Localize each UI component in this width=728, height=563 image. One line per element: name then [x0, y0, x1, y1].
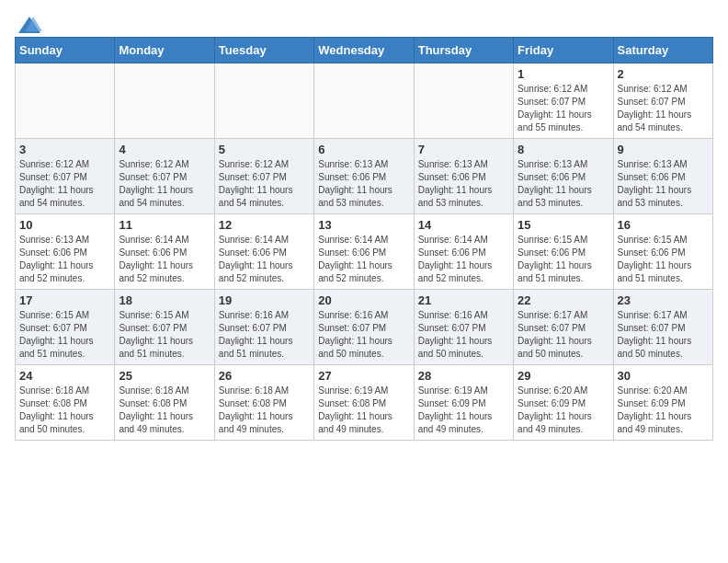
day-info: Sunrise: 6:18 AM Sunset: 6:08 PM Dayligh…	[119, 385, 210, 436]
day-of-week-header: Sunday	[16, 38, 115, 63]
calendar-day-cell: 27Sunrise: 6:19 AM Sunset: 6:08 PM Dayli…	[314, 365, 414, 441]
day-info: Sunrise: 6:12 AM Sunset: 6:07 PM Dayligh…	[119, 158, 210, 210]
day-info: Sunrise: 6:16 AM Sunset: 6:07 PM Dayligh…	[318, 309, 409, 361]
day-info: Sunrise: 6:15 AM Sunset: 6:07 PM Dayligh…	[119, 309, 210, 361]
day-info: Sunrise: 6:12 AM Sunset: 6:07 PM Dayligh…	[219, 158, 310, 210]
day-info: Sunrise: 6:17 AM Sunset: 6:07 PM Dayligh…	[518, 309, 609, 361]
day-info: Sunrise: 6:18 AM Sunset: 6:08 PM Dayligh…	[19, 385, 110, 436]
day-number: 24	[19, 369, 110, 383]
day-info: Sunrise: 6:13 AM Sunset: 6:06 PM Dayligh…	[418, 158, 509, 210]
day-number: 8	[518, 143, 609, 156]
day-number: 17	[19, 293, 110, 307]
calendar-day-cell: 20Sunrise: 6:16 AM Sunset: 6:07 PM Dayli…	[314, 290, 414, 365]
day-number: 10	[19, 218, 110, 232]
calendar-day-cell: 4Sunrise: 6:12 AM Sunset: 6:07 PM Daylig…	[115, 139, 214, 214]
calendar-day-cell: 19Sunrise: 6:16 AM Sunset: 6:07 PM Dayli…	[214, 290, 313, 365]
calendar-day-cell: 24Sunrise: 6:18 AM Sunset: 6:08 PM Dayli…	[16, 365, 115, 441]
page-header	[15, 15, 713, 29]
calendar-day-cell: 5Sunrise: 6:12 AM Sunset: 6:07 PM Daylig…	[214, 139, 313, 214]
calendar-day-cell: 29Sunrise: 6:20 AM Sunset: 6:09 PM Dayli…	[514, 365, 613, 441]
calendar-day-cell: 13Sunrise: 6:14 AM Sunset: 6:06 PM Dayli…	[314, 214, 414, 290]
day-of-week-header: Wednesday	[314, 38, 414, 63]
day-number: 7	[418, 143, 509, 156]
calendar-day-cell: 30Sunrise: 6:20 AM Sunset: 6:09 PM Dayli…	[613, 365, 712, 441]
day-info: Sunrise: 6:15 AM Sunset: 6:07 PM Dayligh…	[19, 309, 110, 361]
day-of-week-header: Friday	[514, 38, 613, 63]
day-of-week-header: Tuesday	[214, 38, 313, 63]
day-info: Sunrise: 6:19 AM Sunset: 6:09 PM Dayligh…	[418, 385, 509, 436]
day-number: 28	[418, 369, 509, 383]
day-number: 9	[618, 143, 709, 156]
day-number: 25	[119, 369, 210, 383]
calendar-day-cell	[16, 63, 115, 139]
calendar-day-cell: 1Sunrise: 6:12 AM Sunset: 6:07 PM Daylig…	[514, 63, 613, 139]
calendar-header-row: SundayMondayTuesdayWednesdayThursdayFrid…	[16, 38, 713, 63]
calendar-day-cell: 10Sunrise: 6:13 AM Sunset: 6:06 PM Dayli…	[16, 214, 115, 290]
calendar-day-cell: 18Sunrise: 6:15 AM Sunset: 6:07 PM Dayli…	[115, 290, 214, 365]
day-number: 2	[618, 67, 709, 81]
day-info: Sunrise: 6:14 AM Sunset: 6:06 PM Dayligh…	[219, 234, 310, 285]
day-number: 6	[318, 143, 409, 156]
day-info: Sunrise: 6:19 AM Sunset: 6:08 PM Dayligh…	[318, 385, 409, 436]
calendar-day-cell: 28Sunrise: 6:19 AM Sunset: 6:09 PM Dayli…	[414, 365, 513, 441]
day-info: Sunrise: 6:14 AM Sunset: 6:06 PM Dayligh…	[418, 234, 509, 285]
calendar-day-cell: 22Sunrise: 6:17 AM Sunset: 6:07 PM Dayli…	[514, 290, 613, 365]
day-info: Sunrise: 6:12 AM Sunset: 6:07 PM Dayligh…	[518, 83, 609, 134]
day-info: Sunrise: 6:12 AM Sunset: 6:07 PM Dayligh…	[19, 158, 110, 210]
day-info: Sunrise: 6:20 AM Sunset: 6:09 PM Dayligh…	[618, 385, 709, 436]
calendar-table: SundayMondayTuesdayWednesdayThursdayFrid…	[15, 37, 713, 441]
calendar-day-cell: 6Sunrise: 6:13 AM Sunset: 6:06 PM Daylig…	[314, 139, 414, 214]
calendar-day-cell: 14Sunrise: 6:14 AM Sunset: 6:06 PM Dayli…	[414, 214, 513, 290]
calendar-week-row: 1Sunrise: 6:12 AM Sunset: 6:07 PM Daylig…	[16, 63, 713, 139]
calendar-day-cell	[314, 63, 414, 139]
day-info: Sunrise: 6:17 AM Sunset: 6:07 PM Dayligh…	[618, 309, 709, 361]
calendar-day-cell: 12Sunrise: 6:14 AM Sunset: 6:06 PM Dayli…	[214, 214, 313, 290]
day-number: 3	[19, 143, 110, 156]
calendar-day-cell: 2Sunrise: 6:12 AM Sunset: 6:07 PM Daylig…	[613, 63, 712, 139]
day-number: 11	[119, 218, 210, 232]
calendar-day-cell: 25Sunrise: 6:18 AM Sunset: 6:08 PM Dayli…	[115, 365, 214, 441]
calendar-day-cell	[115, 63, 214, 139]
day-of-week-header: Monday	[115, 38, 214, 63]
day-number: 21	[418, 293, 509, 307]
day-number: 4	[119, 143, 210, 156]
day-number: 14	[418, 218, 509, 232]
day-info: Sunrise: 6:14 AM Sunset: 6:06 PM Dayligh…	[318, 234, 409, 285]
day-of-week-header: Thursday	[414, 38, 513, 63]
day-number: 15	[518, 218, 609, 232]
calendar-day-cell	[214, 63, 313, 139]
day-info: Sunrise: 6:13 AM Sunset: 6:06 PM Dayligh…	[19, 234, 110, 285]
day-info: Sunrise: 6:13 AM Sunset: 6:06 PM Dayligh…	[518, 158, 609, 210]
day-info: Sunrise: 6:16 AM Sunset: 6:07 PM Dayligh…	[219, 309, 310, 361]
calendar-day-cell: 16Sunrise: 6:15 AM Sunset: 6:06 PM Dayli…	[613, 214, 712, 290]
calendar-day-cell	[414, 63, 513, 139]
day-info: Sunrise: 6:14 AM Sunset: 6:06 PM Dayligh…	[119, 234, 210, 285]
day-info: Sunrise: 6:18 AM Sunset: 6:08 PM Dayligh…	[219, 385, 310, 436]
calendar-day-cell: 21Sunrise: 6:16 AM Sunset: 6:07 PM Dayli…	[414, 290, 513, 365]
logo-icon	[17, 15, 42, 35]
day-info: Sunrise: 6:12 AM Sunset: 6:07 PM Dayligh…	[618, 83, 709, 134]
day-number: 1	[518, 67, 609, 81]
calendar-week-row: 17Sunrise: 6:15 AM Sunset: 6:07 PM Dayli…	[16, 290, 713, 365]
day-info: Sunrise: 6:15 AM Sunset: 6:06 PM Dayligh…	[518, 234, 609, 285]
calendar-week-row: 24Sunrise: 6:18 AM Sunset: 6:08 PM Dayli…	[16, 365, 713, 441]
calendar-week-row: 10Sunrise: 6:13 AM Sunset: 6:06 PM Dayli…	[16, 214, 713, 290]
day-number: 27	[318, 369, 409, 383]
day-number: 19	[219, 293, 310, 307]
calendar-day-cell: 23Sunrise: 6:17 AM Sunset: 6:07 PM Dayli…	[613, 290, 712, 365]
calendar-day-cell: 8Sunrise: 6:13 AM Sunset: 6:06 PM Daylig…	[514, 139, 613, 214]
calendar-week-row: 3Sunrise: 6:12 AM Sunset: 6:07 PM Daylig…	[16, 139, 713, 214]
day-number: 12	[219, 218, 310, 232]
day-info: Sunrise: 6:16 AM Sunset: 6:07 PM Dayligh…	[418, 309, 509, 361]
day-info: Sunrise: 6:13 AM Sunset: 6:06 PM Dayligh…	[618, 158, 709, 210]
logo	[15, 15, 42, 29]
day-number: 29	[518, 369, 609, 383]
day-number: 26	[219, 369, 310, 383]
calendar-day-cell: 26Sunrise: 6:18 AM Sunset: 6:08 PM Dayli…	[214, 365, 313, 441]
day-number: 23	[618, 293, 709, 307]
day-of-week-header: Saturday	[613, 38, 712, 63]
calendar-day-cell: 11Sunrise: 6:14 AM Sunset: 6:06 PM Dayli…	[115, 214, 214, 290]
calendar-day-cell: 15Sunrise: 6:15 AM Sunset: 6:06 PM Dayli…	[514, 214, 613, 290]
calendar-day-cell: 9Sunrise: 6:13 AM Sunset: 6:06 PM Daylig…	[613, 139, 712, 214]
day-number: 16	[618, 218, 709, 232]
